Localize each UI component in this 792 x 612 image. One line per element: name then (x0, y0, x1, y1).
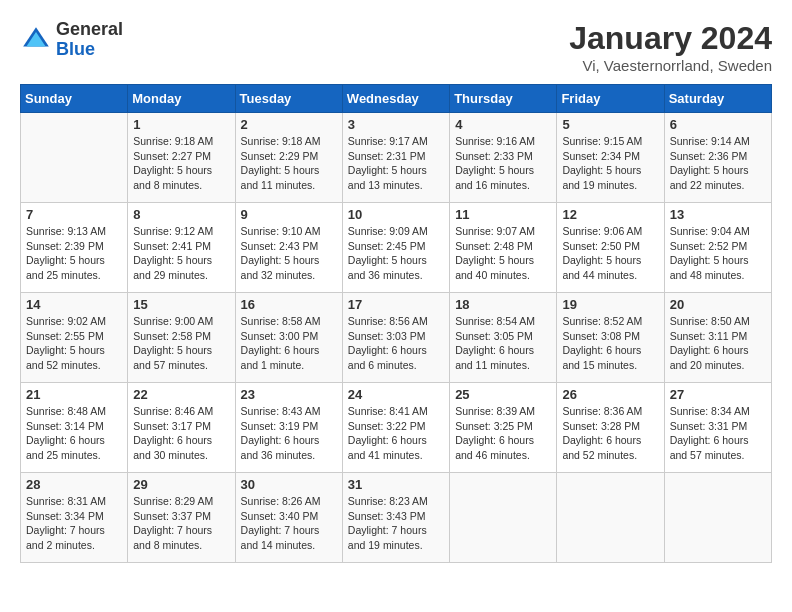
logo-text: General Blue (56, 20, 123, 60)
calendar-cell: 11Sunrise: 9:07 AM Sunset: 2:48 PM Dayli… (450, 203, 557, 293)
weekday-header-tuesday: Tuesday (235, 85, 342, 113)
day-info: Sunrise: 9:12 AM Sunset: 2:41 PM Dayligh… (133, 224, 229, 283)
location-subtitle: Vi, Vaesternorrland, Sweden (569, 57, 772, 74)
calendar-cell: 1Sunrise: 9:18 AM Sunset: 2:27 PM Daylig… (128, 113, 235, 203)
day-info: Sunrise: 9:18 AM Sunset: 2:27 PM Dayligh… (133, 134, 229, 193)
calendar-cell: 14Sunrise: 9:02 AM Sunset: 2:55 PM Dayli… (21, 293, 128, 383)
calendar-cell: 19Sunrise: 8:52 AM Sunset: 3:08 PM Dayli… (557, 293, 664, 383)
calendar-cell: 7Sunrise: 9:13 AM Sunset: 2:39 PM Daylig… (21, 203, 128, 293)
day-number: 3 (348, 117, 444, 132)
day-info: Sunrise: 8:46 AM Sunset: 3:17 PM Dayligh… (133, 404, 229, 463)
day-number: 20 (670, 297, 766, 312)
day-info: Sunrise: 9:09 AM Sunset: 2:45 PM Dayligh… (348, 224, 444, 283)
day-number: 1 (133, 117, 229, 132)
day-number: 14 (26, 297, 122, 312)
calendar-cell: 22Sunrise: 8:46 AM Sunset: 3:17 PM Dayli… (128, 383, 235, 473)
day-info: Sunrise: 8:43 AM Sunset: 3:19 PM Dayligh… (241, 404, 337, 463)
day-number: 25 (455, 387, 551, 402)
day-info: Sunrise: 9:15 AM Sunset: 2:34 PM Dayligh… (562, 134, 658, 193)
logo-icon (20, 24, 52, 56)
weekday-header-sunday: Sunday (21, 85, 128, 113)
day-number: 8 (133, 207, 229, 222)
day-info: Sunrise: 9:10 AM Sunset: 2:43 PM Dayligh… (241, 224, 337, 283)
day-number: 17 (348, 297, 444, 312)
day-number: 7 (26, 207, 122, 222)
weekday-header-friday: Friday (557, 85, 664, 113)
page-header: General Blue January 2024 Vi, Vaesternor… (20, 20, 772, 74)
day-info: Sunrise: 9:13 AM Sunset: 2:39 PM Dayligh… (26, 224, 122, 283)
calendar-cell: 21Sunrise: 8:48 AM Sunset: 3:14 PM Dayli… (21, 383, 128, 473)
calendar-cell (664, 473, 771, 563)
calendar-cell: 25Sunrise: 8:39 AM Sunset: 3:25 PM Dayli… (450, 383, 557, 473)
day-info: Sunrise: 8:39 AM Sunset: 3:25 PM Dayligh… (455, 404, 551, 463)
day-number: 23 (241, 387, 337, 402)
day-info: Sunrise: 8:50 AM Sunset: 3:11 PM Dayligh… (670, 314, 766, 373)
calendar-cell: 15Sunrise: 9:00 AM Sunset: 2:58 PM Dayli… (128, 293, 235, 383)
day-number: 10 (348, 207, 444, 222)
calendar-cell (450, 473, 557, 563)
calendar-cell (21, 113, 128, 203)
calendar-cell (557, 473, 664, 563)
calendar-table: SundayMondayTuesdayWednesdayThursdayFrid… (20, 84, 772, 563)
day-number: 26 (562, 387, 658, 402)
day-number: 6 (670, 117, 766, 132)
week-row-2: 7Sunrise: 9:13 AM Sunset: 2:39 PM Daylig… (21, 203, 772, 293)
calendar-cell: 31Sunrise: 8:23 AM Sunset: 3:43 PM Dayli… (342, 473, 449, 563)
day-number: 4 (455, 117, 551, 132)
calendar-cell: 13Sunrise: 9:04 AM Sunset: 2:52 PM Dayli… (664, 203, 771, 293)
weekday-header-saturday: Saturday (664, 85, 771, 113)
calendar-cell: 28Sunrise: 8:31 AM Sunset: 3:34 PM Dayli… (21, 473, 128, 563)
day-number: 24 (348, 387, 444, 402)
day-number: 12 (562, 207, 658, 222)
day-number: 16 (241, 297, 337, 312)
month-title: January 2024 (569, 20, 772, 57)
day-number: 18 (455, 297, 551, 312)
day-info: Sunrise: 8:26 AM Sunset: 3:40 PM Dayligh… (241, 494, 337, 553)
week-row-5: 28Sunrise: 8:31 AM Sunset: 3:34 PM Dayli… (21, 473, 772, 563)
calendar-cell: 6Sunrise: 9:14 AM Sunset: 2:36 PM Daylig… (664, 113, 771, 203)
day-number: 31 (348, 477, 444, 492)
week-row-4: 21Sunrise: 8:48 AM Sunset: 3:14 PM Dayli… (21, 383, 772, 473)
calendar-cell: 5Sunrise: 9:15 AM Sunset: 2:34 PM Daylig… (557, 113, 664, 203)
calendar-cell: 17Sunrise: 8:56 AM Sunset: 3:03 PM Dayli… (342, 293, 449, 383)
weekday-header-thursday: Thursday (450, 85, 557, 113)
week-row-1: 1Sunrise: 9:18 AM Sunset: 2:27 PM Daylig… (21, 113, 772, 203)
weekday-header-wednesday: Wednesday (342, 85, 449, 113)
calendar-cell: 10Sunrise: 9:09 AM Sunset: 2:45 PM Dayli… (342, 203, 449, 293)
calendar-cell: 26Sunrise: 8:36 AM Sunset: 3:28 PM Dayli… (557, 383, 664, 473)
day-number: 29 (133, 477, 229, 492)
day-number: 5 (562, 117, 658, 132)
day-number: 19 (562, 297, 658, 312)
calendar-cell: 3Sunrise: 9:17 AM Sunset: 2:31 PM Daylig… (342, 113, 449, 203)
day-info: Sunrise: 8:31 AM Sunset: 3:34 PM Dayligh… (26, 494, 122, 553)
calendar-cell: 27Sunrise: 8:34 AM Sunset: 3:31 PM Dayli… (664, 383, 771, 473)
day-info: Sunrise: 9:17 AM Sunset: 2:31 PM Dayligh… (348, 134, 444, 193)
day-info: Sunrise: 9:07 AM Sunset: 2:48 PM Dayligh… (455, 224, 551, 283)
calendar-cell: 30Sunrise: 8:26 AM Sunset: 3:40 PM Dayli… (235, 473, 342, 563)
day-info: Sunrise: 9:04 AM Sunset: 2:52 PM Dayligh… (670, 224, 766, 283)
calendar-cell: 29Sunrise: 8:29 AM Sunset: 3:37 PM Dayli… (128, 473, 235, 563)
day-info: Sunrise: 8:23 AM Sunset: 3:43 PM Dayligh… (348, 494, 444, 553)
day-info: Sunrise: 8:34 AM Sunset: 3:31 PM Dayligh… (670, 404, 766, 463)
day-info: Sunrise: 8:41 AM Sunset: 3:22 PM Dayligh… (348, 404, 444, 463)
day-number: 11 (455, 207, 551, 222)
calendar-cell: 9Sunrise: 9:10 AM Sunset: 2:43 PM Daylig… (235, 203, 342, 293)
weekday-header-monday: Monday (128, 85, 235, 113)
day-info: Sunrise: 8:48 AM Sunset: 3:14 PM Dayligh… (26, 404, 122, 463)
day-info: Sunrise: 8:36 AM Sunset: 3:28 PM Dayligh… (562, 404, 658, 463)
day-info: Sunrise: 8:56 AM Sunset: 3:03 PM Dayligh… (348, 314, 444, 373)
day-info: Sunrise: 8:54 AM Sunset: 3:05 PM Dayligh… (455, 314, 551, 373)
calendar-cell: 24Sunrise: 8:41 AM Sunset: 3:22 PM Dayli… (342, 383, 449, 473)
logo: General Blue (20, 20, 123, 60)
day-info: Sunrise: 9:02 AM Sunset: 2:55 PM Dayligh… (26, 314, 122, 373)
day-info: Sunrise: 9:14 AM Sunset: 2:36 PM Dayligh… (670, 134, 766, 193)
day-number: 15 (133, 297, 229, 312)
calendar-cell: 8Sunrise: 9:12 AM Sunset: 2:41 PM Daylig… (128, 203, 235, 293)
week-row-3: 14Sunrise: 9:02 AM Sunset: 2:55 PM Dayli… (21, 293, 772, 383)
day-number: 28 (26, 477, 122, 492)
day-info: Sunrise: 8:29 AM Sunset: 3:37 PM Dayligh… (133, 494, 229, 553)
day-info: Sunrise: 8:58 AM Sunset: 3:00 PM Dayligh… (241, 314, 337, 373)
day-number: 30 (241, 477, 337, 492)
calendar-cell: 18Sunrise: 8:54 AM Sunset: 3:05 PM Dayli… (450, 293, 557, 383)
day-info: Sunrise: 9:00 AM Sunset: 2:58 PM Dayligh… (133, 314, 229, 373)
